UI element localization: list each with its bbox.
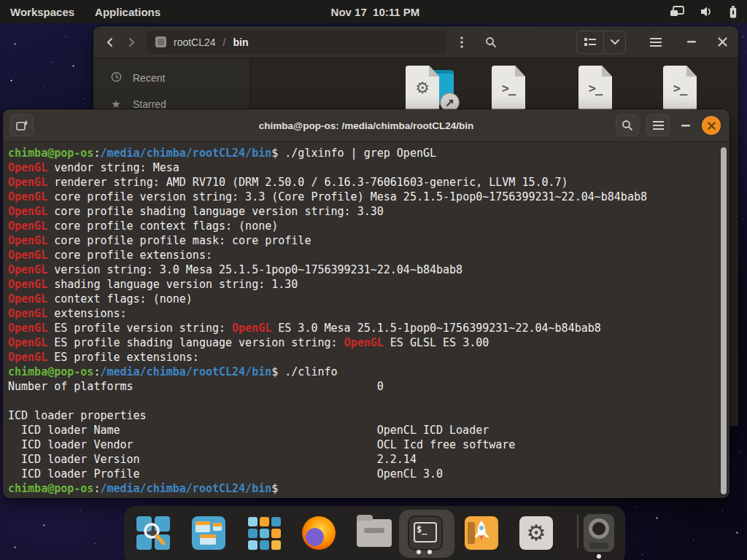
hamburger-menu-icon — [653, 121, 664, 130]
kebab-menu-icon — [460, 36, 463, 48]
back-icon — [104, 36, 116, 48]
view-options-button[interactable] — [603, 31, 625, 53]
back-button[interactable] — [99, 31, 120, 53]
chevron-down-icon — [611, 39, 619, 45]
search-icon — [485, 36, 497, 48]
terminal-line: OpenGL ES profile version string: OpenGL… — [8, 321, 729, 335]
script-file-icon[interactable]: >_ — [492, 66, 525, 111]
files-folder-icon — [357, 519, 392, 547]
terminal-search-button[interactable] — [616, 114, 639, 136]
hamburger-menu-icon — [650, 38, 662, 47]
workspaces-overview-icon — [192, 516, 225, 550]
terminal-line: OpenGL shading language version string: … — [8, 277, 729, 292]
running-indicator-dot — [417, 550, 421, 554]
new-tab-button[interactable] — [10, 114, 34, 136]
top-panel: Workspaces Applications Nov 17 10:11 PM — [0, 0, 747, 23]
dock-item-firefox[interactable] — [296, 510, 341, 556]
minimize-icon — [681, 125, 690, 127]
dock-item-launcher[interactable] — [131, 510, 176, 556]
breadcrumb-device[interactable]: rootCL24 — [174, 36, 216, 48]
terminal-close-button[interactable] — [702, 116, 721, 135]
close-icon — [708, 122, 716, 130]
script-file-icon[interactable]: >_ — [663, 66, 697, 111]
sidebar-item-label: Recent — [133, 72, 165, 84]
view-toggle — [576, 31, 626, 54]
terminal-line: chimba@pop-os:/media/chimba/rootCL24/bin… — [8, 146, 729, 160]
applications-menu[interactable]: Applications — [85, 0, 171, 23]
pop-shop-rocket-icon — [465, 516, 498, 550]
workspaces-menu[interactable]: Workspaces — [0, 0, 85, 23]
breadcrumb[interactable]: rootCL24 / bin — [147, 31, 446, 54]
dock-item-pop-shop[interactable] — [459, 510, 504, 556]
minimize-icon — [687, 41, 696, 43]
close-icon — [718, 37, 727, 47]
running-indicator-dot — [427, 550, 432, 554]
terminal-headerbar: chimba@pop-os: /media/chimba/rootCL24/bi… — [3, 109, 729, 142]
terminal-line: ICD loader Version 2.2.14 — [8, 452, 729, 467]
terminal-line: OpenGL core profile shading language ver… — [8, 204, 729, 219]
terminal-line: OpenGL extensions: — [8, 306, 729, 321]
script-file-icon[interactable]: >_ — [578, 66, 612, 111]
sidebar-item-recent[interactable]: Recent — [98, 66, 245, 90]
terminal-scrollbar[interactable] — [721, 147, 727, 494]
recent-clock-icon — [109, 71, 123, 85]
minimize-button[interactable] — [681, 31, 702, 53]
display-mirror-icon[interactable] — [670, 6, 684, 18]
running-indicator-dot — [597, 554, 601, 559]
dock-item-settings[interactable]: ⚙ — [514, 510, 559, 556]
dock-item-applications[interactable] — [241, 510, 287, 556]
terminal-line: ICD loader Name OpenCL ICD Loader — [8, 423, 729, 438]
search-icon — [622, 120, 633, 131]
list-view-button[interactable] — [577, 31, 603, 53]
kebab-menu-button[interactable] — [449, 31, 474, 53]
close-button[interactable] — [712, 31, 732, 53]
dock-item-terminal[interactable]: $_ — [403, 510, 448, 556]
launcher-search-icon — [136, 516, 170, 550]
terminal-line: OpenGL version string: 3.0 Mesa 25.1.5-1… — [8, 262, 729, 277]
breadcrumb-folder[interactable]: bin — [233, 36, 248, 48]
camera-app-icon — [584, 514, 614, 552]
dock-item-camera[interactable] — [576, 510, 622, 556]
terminal-line: OpenGL core profile context flags: (none… — [8, 219, 729, 233]
terminal-minimize-button[interactable] — [677, 125, 694, 127]
terminal-line: ICD loader properties — [8, 408, 729, 423]
terminal-line: Number of platforms 0 — [8, 379, 729, 394]
terminal-line: OpenGL context flags: (none) — [8, 292, 729, 306]
dock-item-workspaces[interactable] — [186, 510, 231, 556]
terminal-icon: $_ — [408, 516, 443, 551]
app-menu-button[interactable] — [643, 31, 668, 53]
terminal-line: OpenGL renderer string: AMD RV710 (DRM 2… — [8, 175, 729, 190]
sidebar-item-label: Starred — [133, 98, 166, 110]
terminal-window-controls — [616, 114, 721, 136]
terminal-line: OpenGL ES profile extensions: — [8, 350, 729, 365]
forward-button[interactable] — [120, 31, 142, 53]
terminal-line: OpenGL core profile profile mask: core p… — [8, 233, 729, 248]
files-window-controls — [681, 31, 732, 53]
terminal-line: ICD loader Profile OpenCL 3.0 — [8, 467, 729, 481]
terminal-line: chimba@pop-os:/media/chimba/rootCL24/bin… — [8, 481, 729, 496]
dock-item-files[interactable] — [352, 510, 397, 556]
files-headerbar: rootCL24 / bin — [93, 26, 738, 58]
executable-file-icon[interactable]: ⚙ — [406, 66, 439, 111]
terminal-line: OpenGL core profile version string: 3.3 … — [8, 190, 729, 204]
system-tray[interactable] — [670, 6, 737, 18]
terminal-line — [8, 394, 729, 408]
terminal-output: chimba@pop-os:/media/chimba/rootCL24/bin… — [3, 142, 729, 496]
clock[interactable]: Nov 17 10:11 PM — [331, 6, 420, 18]
terminal-line: chimba@pop-os:/media/chimba/rootCL24/bin… — [8, 365, 729, 379]
list-view-icon — [584, 37, 596, 47]
terminal-menu-button[interactable] — [646, 114, 670, 136]
files-toolbar — [449, 31, 732, 54]
terminal-line: ICD loader Vendor OCL Icd free software — [8, 438, 729, 452]
terminal-line: OpenGL core profile extensions: — [8, 248, 729, 262]
terminal-line: OpenGL ES profile shading language versi… — [8, 335, 729, 350]
dock: $_ ⚙ — [124, 506, 625, 560]
volume-icon[interactable] — [700, 6, 713, 18]
breadcrumb-separator: / — [223, 36, 226, 48]
battery-icon[interactable] — [729, 6, 737, 18]
firefox-icon — [302, 516, 336, 550]
terminal-window: chimba@pop-os: /media/chimba/rootCL24/bi… — [3, 109, 729, 498]
applications-grid-icon — [248, 517, 281, 550]
drive-icon — [155, 36, 166, 47]
search-button[interactable] — [479, 31, 503, 53]
